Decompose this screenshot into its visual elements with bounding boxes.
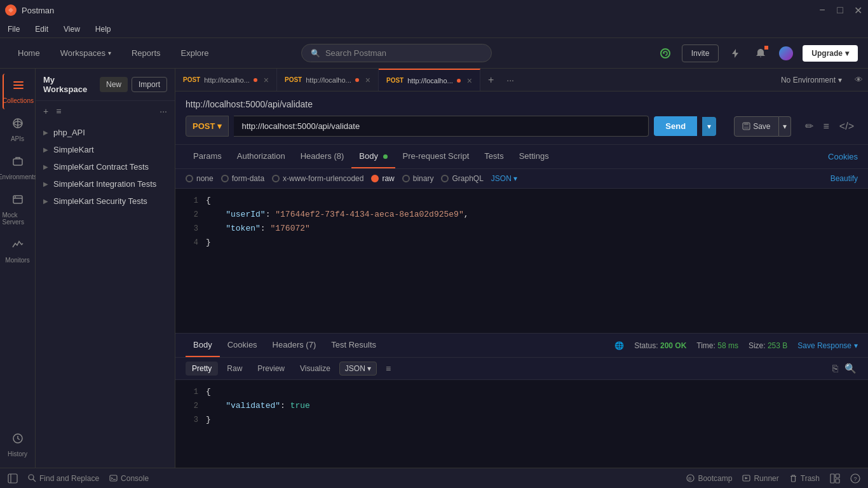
raw-tab[interactable]: Raw <box>220 362 248 376</box>
body-opt-raw[interactable]: raw <box>371 174 394 183</box>
method-arrow: ▾ <box>217 121 222 131</box>
collection-item-simplekart-contract[interactable]: ▶ SimpleKart Contract Tests <box>36 158 175 175</box>
url-input[interactable] <box>234 116 649 137</box>
send-dropdown-button[interactable]: ▾ <box>702 117 716 136</box>
edit-icon-button[interactable]: ✏ <box>801 118 817 135</box>
sort-collections-btn[interactable]: ≡ <box>53 105 64 118</box>
help-menu[interactable]: Help <box>93 22 114 36</box>
pre-request-script-tab[interactable]: Pre-request Script <box>395 145 477 168</box>
copy-response-button[interactable]: ⎘ <box>831 362 839 376</box>
params-tab[interactable]: Params <box>186 145 229 168</box>
request-tab-2[interactable]: POST http://localho... × <box>277 69 379 91</box>
home-nav[interactable]: Home <box>10 44 48 62</box>
new-button[interactable]: New <box>100 77 128 92</box>
tests-tab[interactable]: Tests <box>477 145 511 168</box>
layout-toggle-button[interactable] <box>8 473 18 484</box>
import-button[interactable]: Import <box>132 77 167 92</box>
bootcamp-button[interactable]: B Bootcamp <box>686 473 732 484</box>
notification-icon-button[interactable] <box>752 44 770 62</box>
tab-close-2[interactable]: × <box>365 75 370 85</box>
search-response-button[interactable]: 🔍 <box>843 362 858 376</box>
response-test-results-tab[interactable]: Test Results <box>323 334 384 357</box>
word-wrap-button[interactable]: ≡ <box>382 362 395 375</box>
save-response-button[interactable]: Save Response ▾ <box>797 341 858 350</box>
beautify-button[interactable]: Beautify <box>831 174 858 183</box>
collection-item-php-api[interactable]: ▶ php_API <box>36 124 175 141</box>
sidebar-item-history[interactable]: History <box>3 427 33 463</box>
environment-selector[interactable]: No Environment ▾ <box>773 76 850 85</box>
help-button[interactable]: ? <box>850 473 860 484</box>
runner-button[interactable]: Runner <box>742 473 778 484</box>
preview-tab[interactable]: Preview <box>251 362 291 376</box>
sync-icon-button[interactable] <box>656 44 674 62</box>
tab-close-1[interactable]: × <box>264 75 269 85</box>
body-opt-urlencoded[interactable]: x-www-form-urlencoded <box>272 174 363 183</box>
close-button[interactable]: ✕ <box>853 4 863 17</box>
body-tab[interactable]: Body <box>351 145 395 168</box>
more-tabs-button[interactable]: ··· <box>501 75 519 85</box>
sidebar-item-collections[interactable]: Collections <box>3 74 33 109</box>
authorization-tab[interactable]: Authorization <box>229 145 293 168</box>
settings-tab[interactable]: Settings <box>512 145 557 168</box>
collection-item-simplekart-integration[interactable]: ▶ SimpleKart Integration Tests <box>36 175 175 193</box>
body-opt-graphql[interactable]: GraphQL <box>441 174 483 183</box>
lightning-icon-button[interactable] <box>726 44 744 62</box>
bootcamp-icon: B <box>686 474 695 482</box>
cookies-button[interactable]: Cookies <box>828 152 858 161</box>
resp-format-arrow: ▾ <box>367 364 371 373</box>
sidebar-item-monitors[interactable]: Monitors <box>3 233 33 269</box>
pretty-tab[interactable]: Pretty <box>186 362 218 376</box>
environment-eye-button[interactable]: 👁 <box>850 75 868 85</box>
response-body-editor[interactable]: 1 { 2 "validated": true 3 } <box>175 380 868 468</box>
method-label: POST <box>193 121 215 131</box>
apis-icon <box>11 117 24 133</box>
visualize-tab[interactable]: Visualize <box>294 362 337 376</box>
tab-close-3[interactable]: × <box>467 76 472 86</box>
response-cookies-tab[interactable]: Cookies <box>220 334 265 357</box>
headers-tab[interactable]: Headers (8) <box>293 145 352 168</box>
body-opt-form-data[interactable]: form-data <box>221 174 264 183</box>
avatar-icon-button[interactable] <box>777 44 795 62</box>
new-tab-button[interactable]: + <box>480 74 501 86</box>
radio-binary <box>402 175 410 182</box>
save-button[interactable]: Save <box>734 116 778 137</box>
maximize-button[interactable]: □ <box>835 4 845 17</box>
collection-item-simplekart-security[interactable]: ▶ SimpleKart Security Tests <box>36 193 175 210</box>
method-selector[interactable]: POST ▾ <box>186 116 229 137</box>
console-button[interactable]: Console <box>109 474 149 483</box>
explore-nav[interactable]: Explore <box>173 44 217 62</box>
add-collection-btn[interactable]: + <box>41 105 51 118</box>
find-replace-button[interactable]: Find and Replace <box>28 474 99 483</box>
help-icon: ? <box>850 473 860 484</box>
reports-nav[interactable]: Reports <box>124 44 168 62</box>
format-selector[interactable]: JSON ▾ <box>491 174 517 183</box>
collection-item-simplekart[interactable]: ▶ SimpleKart <box>36 141 175 158</box>
code-icon-button[interactable]: </> <box>836 118 858 135</box>
upgrade-button[interactable]: Upgrade ▾ <box>803 45 858 62</box>
request-tab-3[interactable]: POST http://localho... × <box>379 69 480 91</box>
response-body-tab[interactable]: Body <box>186 334 220 357</box>
file-menu[interactable]: File <box>5 22 22 36</box>
response-headers-tab[interactable]: Headers (7) <box>265 334 324 357</box>
chevron-icon: ▶ <box>43 163 48 170</box>
body-opt-binary[interactable]: binary <box>402 174 434 183</box>
view-menu[interactable]: View <box>61 22 83 36</box>
more-collections-btn[interactable]: ··· <box>157 105 170 118</box>
response-format-selector[interactable]: JSON ▾ <box>339 362 377 376</box>
sidebar-item-environments[interactable]: Environments <box>3 150 33 186</box>
request-tab-1[interactable]: POST http://localho... × <box>175 69 277 91</box>
edit-menu[interactable]: Edit <box>32 22 51 36</box>
request-body-editor[interactable]: 1 { 2 "userId": "17644ef2-73f4-4134-aeca… <box>175 189 868 333</box>
search-bar[interactable]: 🔍 Search Postman <box>301 44 492 62</box>
description-icon-button[interactable]: ≡ <box>820 118 833 135</box>
invite-button[interactable]: Invite <box>682 44 719 62</box>
workspaces-nav[interactable]: Workspaces ▾ <box>53 44 119 62</box>
body-opt-none[interactable]: none <box>186 174 214 183</box>
layout-options-button[interactable] <box>830 473 840 484</box>
save-dropdown-button[interactable]: ▾ <box>779 116 791 137</box>
trash-button[interactable]: Trash <box>789 473 820 484</box>
sidebar-item-apis[interactable]: APIs <box>3 112 33 147</box>
minimize-button[interactable]: − <box>817 4 827 17</box>
send-button[interactable]: Send <box>654 116 697 136</box>
sidebar-item-mock-servers[interactable]: Mock Servers <box>3 188 33 231</box>
